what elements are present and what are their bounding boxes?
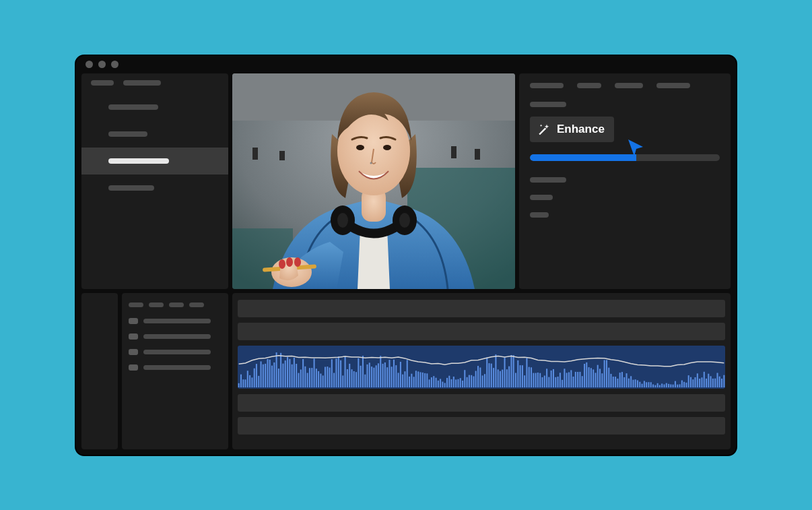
video-track[interactable] bbox=[238, 394, 725, 412]
svg-rect-68 bbox=[340, 360, 341, 387]
track-header-row[interactable] bbox=[129, 364, 222, 371]
svg-rect-150 bbox=[522, 365, 523, 387]
track-header-row[interactable] bbox=[129, 318, 222, 324]
svg-rect-38 bbox=[273, 362, 275, 387]
svg-rect-211 bbox=[657, 383, 658, 387]
property-item[interactable] bbox=[530, 212, 549, 218]
svg-rect-148 bbox=[517, 360, 518, 387]
window-close-dot[interactable] bbox=[86, 61, 93, 68]
svg-rect-101 bbox=[413, 377, 415, 387]
svg-rect-112 bbox=[438, 380, 439, 387]
project-tab[interactable] bbox=[91, 80, 114, 86]
slider-fill bbox=[530, 154, 636, 161]
property-item[interactable] bbox=[530, 195, 553, 200]
svg-rect-236 bbox=[712, 378, 714, 387]
window-minimize-dot[interactable] bbox=[98, 61, 106, 68]
svg-rect-103 bbox=[417, 371, 419, 387]
svg-rect-235 bbox=[710, 376, 712, 387]
effects-tab[interactable] bbox=[577, 83, 601, 88]
svg-rect-182 bbox=[593, 369, 594, 387]
svg-rect-238 bbox=[716, 373, 718, 387]
video-track[interactable] bbox=[238, 417, 725, 435]
track-tab[interactable] bbox=[189, 302, 204, 307]
svg-rect-89 bbox=[386, 367, 388, 387]
svg-rect-90 bbox=[388, 360, 390, 387]
app-window: Enhance bbox=[75, 55, 737, 456]
svg-rect-186 bbox=[601, 373, 603, 387]
effects-tab[interactable] bbox=[656, 83, 690, 88]
svg-rect-154 bbox=[531, 367, 532, 387]
audio-track[interactable] bbox=[238, 346, 725, 389]
enhance-button[interactable]: Enhance bbox=[530, 117, 614, 142]
effects-tab[interactable] bbox=[530, 83, 564, 88]
svg-rect-95 bbox=[400, 362, 401, 387]
svg-rect-60 bbox=[323, 375, 324, 387]
svg-rect-30 bbox=[256, 364, 257, 387]
svg-rect-219 bbox=[675, 381, 676, 387]
svg-rect-198 bbox=[628, 378, 630, 387]
bottom-row bbox=[81, 293, 731, 449]
svg-rect-137 bbox=[493, 368, 494, 387]
effects-tab[interactable] bbox=[615, 83, 643, 88]
svg-rect-126 bbox=[469, 375, 470, 387]
svg-rect-181 bbox=[590, 368, 592, 387]
project-tab[interactable] bbox=[123, 80, 161, 86]
track-tab[interactable] bbox=[149, 302, 164, 307]
svg-rect-228 bbox=[694, 377, 696, 387]
svg-rect-113 bbox=[440, 379, 441, 387]
svg-rect-117 bbox=[448, 375, 450, 387]
svg-rect-199 bbox=[630, 376, 632, 387]
video-track[interactable] bbox=[238, 300, 725, 317]
svg-rect-54 bbox=[309, 368, 310, 387]
svg-rect-200 bbox=[632, 379, 634, 387]
svg-rect-48 bbox=[296, 364, 297, 387]
track-tab[interactable] bbox=[169, 302, 184, 307]
svg-rect-173 bbox=[572, 377, 574, 387]
track-header-row[interactable] bbox=[129, 349, 222, 355]
property-item[interactable] bbox=[530, 177, 566, 183]
svg-rect-26 bbox=[247, 371, 248, 387]
svg-rect-100 bbox=[411, 373, 412, 387]
list-item[interactable] bbox=[81, 121, 228, 148]
svg-rect-88 bbox=[384, 362, 386, 387]
svg-rect-221 bbox=[679, 384, 681, 387]
svg-rect-241 bbox=[723, 375, 724, 387]
svg-rect-164 bbox=[553, 369, 554, 387]
svg-rect-233 bbox=[706, 378, 707, 387]
svg-rect-147 bbox=[515, 373, 516, 387]
svg-rect-91 bbox=[391, 366, 393, 387]
svg-rect-87 bbox=[382, 363, 384, 387]
svg-rect-53 bbox=[307, 373, 308, 387]
list-item[interactable] bbox=[81, 174, 228, 201]
svg-rect-227 bbox=[692, 379, 693, 387]
svg-rect-111 bbox=[436, 377, 437, 387]
top-row: Enhance bbox=[81, 73, 731, 289]
svg-rect-72 bbox=[349, 363, 350, 387]
track-header-row[interactable] bbox=[129, 333, 222, 340]
svg-rect-157 bbox=[537, 373, 539, 387]
list-item-selected[interactable] bbox=[81, 148, 228, 174]
svg-rect-66 bbox=[335, 358, 337, 387]
svg-rect-131 bbox=[479, 367, 481, 387]
svg-rect-28 bbox=[251, 377, 252, 387]
window-maximize-dot[interactable] bbox=[111, 61, 119, 68]
svg-point-12 bbox=[399, 213, 410, 228]
enhance-slider[interactable] bbox=[530, 154, 720, 161]
svg-rect-92 bbox=[393, 359, 395, 387]
svg-rect-42 bbox=[282, 363, 283, 387]
svg-rect-138 bbox=[495, 354, 496, 387]
svg-rect-196 bbox=[623, 377, 625, 387]
svg-rect-167 bbox=[560, 373, 561, 387]
svg-point-21 bbox=[294, 257, 301, 267]
svg-rect-47 bbox=[294, 357, 295, 387]
svg-rect-129 bbox=[475, 371, 477, 387]
preview-image bbox=[232, 73, 515, 289]
svg-rect-212 bbox=[659, 385, 661, 387]
video-track[interactable] bbox=[238, 323, 725, 340]
svg-rect-177 bbox=[582, 376, 583, 387]
list-item[interactable] bbox=[81, 94, 228, 121]
svg-rect-57 bbox=[316, 369, 317, 387]
svg-rect-40 bbox=[278, 369, 279, 387]
svg-rect-59 bbox=[320, 373, 321, 387]
track-tab[interactable] bbox=[129, 302, 143, 307]
